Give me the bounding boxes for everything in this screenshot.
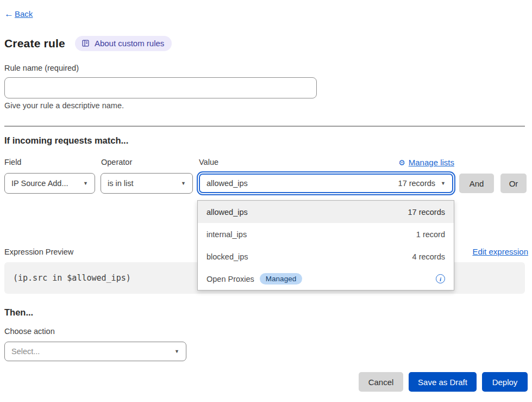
- match-section-heading: If incoming requests match...: [4, 135, 128, 146]
- page-title: Create rule: [4, 37, 65, 50]
- then-section-heading: Then...: [4, 307, 33, 318]
- expression-code: (ip.src in $allowed_ips): [13, 273, 131, 283]
- deploy-button[interactable]: Deploy: [482, 372, 528, 392]
- list-item-allowed-ips[interactable]: allowed_ips 17 records: [198, 201, 454, 223]
- action-select[interactable]: Select... ▼: [4, 342, 186, 361]
- list-item-records: 4 records: [412, 252, 445, 261]
- list-item-name: blocked_ips: [206, 252, 412, 261]
- rule-name-input[interactable]: [4, 77, 317, 98]
- cancel-button[interactable]: Cancel: [359, 372, 403, 392]
- and-button[interactable]: And: [459, 174, 494, 193]
- choose-action-label: Choose action: [4, 327, 55, 336]
- gear-icon: ⚙: [398, 159, 405, 166]
- list-item-open-proxies[interactable]: Open Proxies Managed i: [198, 268, 454, 290]
- back-arrow-icon: ←: [4, 9, 14, 18]
- list-item-records: 17 records: [408, 208, 445, 217]
- action-select-placeholder: Select...: [11, 347, 169, 356]
- list-item-internal-ips[interactable]: internal_ips 1 record: [198, 223, 454, 245]
- value-dropdown-listbox: allowed_ips 17 records internal_ips 1 re…: [197, 200, 454, 290]
- chevron-down-icon: ▼: [441, 181, 446, 186]
- rule-name-helper: Give your rule a descriptive name.: [4, 101, 124, 110]
- list-item-name: allowed_ips: [206, 208, 408, 217]
- title-row: Create rule About custom rules: [4, 36, 172, 51]
- about-custom-rules-link[interactable]: About custom rules: [75, 36, 172, 51]
- save-as-draft-button[interactable]: Save as Draft: [409, 372, 477, 392]
- or-button[interactable]: Or: [500, 174, 527, 193]
- operator-select-value: is in list: [108, 179, 176, 188]
- back-link[interactable]: ← Back: [4, 9, 33, 18]
- expression-preview-label: Expression Preview: [4, 248, 73, 256]
- info-icon[interactable]: i: [436, 274, 445, 283]
- rule-name-label: Rule name (required): [4, 64, 79, 72]
- value-select-value: allowed_ips: [206, 179, 392, 188]
- chevron-down-icon: ▼: [174, 349, 179, 354]
- book-icon: [82, 39, 90, 47]
- section-divider: [4, 126, 525, 127]
- chevron-down-icon: ▼: [181, 181, 186, 186]
- list-item-name: internal_ips: [206, 230, 416, 239]
- value-select-record-count: 17 records: [398, 179, 436, 188]
- list-item-name: Open Proxies: [206, 275, 254, 283]
- manage-lists-label: Manage lists: [409, 158, 454, 167]
- back-label: Back: [15, 9, 33, 18]
- about-pill-label: About custom rules: [95, 39, 164, 48]
- value-column-label: Value: [199, 158, 218, 166]
- value-select[interactable]: allowed_ips 17 records ▼: [199, 174, 453, 193]
- field-column-label: Field: [4, 158, 21, 166]
- operator-column-label: Operator: [101, 158, 132, 166]
- field-select[interactable]: IP Source Add... ▼: [4, 173, 95, 194]
- chevron-down-icon: ▼: [83, 181, 88, 186]
- edit-expression-link[interactable]: Edit expression: [472, 247, 528, 256]
- operator-select[interactable]: is in list ▼: [101, 173, 193, 194]
- list-item-blocked-ips[interactable]: blocked_ips 4 records: [198, 245, 454, 268]
- managed-badge: Managed: [260, 273, 302, 285]
- field-select-value: IP Source Add...: [11, 179, 78, 188]
- manage-lists-link[interactable]: ⚙ Manage lists: [398, 158, 454, 167]
- list-item-records: 1 record: [416, 230, 445, 239]
